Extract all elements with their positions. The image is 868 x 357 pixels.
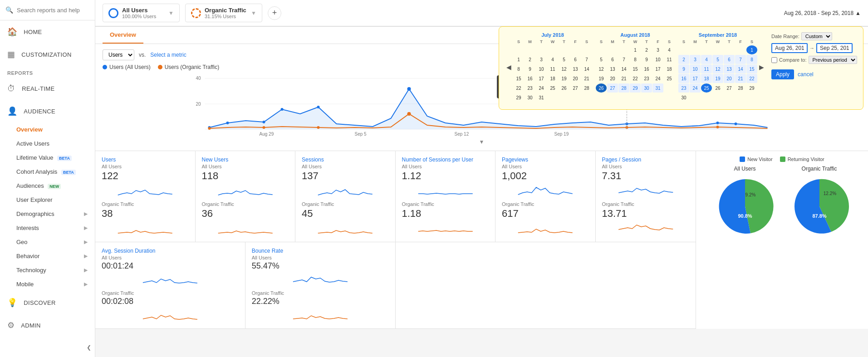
collapse-sidebar-btn[interactable]: ❮ [83, 342, 95, 352]
organic-dropdown-icon[interactable]: ▼ [251, 10, 256, 16]
metric-bounce-title[interactable]: Bounce Rate [252, 248, 389, 254]
sidebar-sub-geo[interactable]: Geo ▶ [0, 235, 95, 249]
search-icon: 🔍 [5, 6, 13, 14]
date-range-display[interactable]: Aug 26, 2018 - Sep 25, 2018 ▲ [784, 10, 861, 16]
pie-organic: Organic Traffic 87.8% 12.2% [788, 166, 851, 238]
segment-organic[interactable]: Organic Traffic 31.15% Users ▼ [185, 4, 262, 22]
sidebar-sub-overview[interactable]: Overview [0, 122, 95, 137]
chart-dot [281, 108, 284, 111]
august-calendar: August 2018 SMTWTFS 1234 567891011 12131… [596, 32, 675, 102]
sparkline-sessions-orange [302, 221, 389, 235]
metric-new-users-title[interactable]: New Users [202, 156, 289, 163]
calendars-section: ◀ July 2018 SMTWTFS 1234567 891011121314… [505, 32, 766, 104]
sparkline-bounce-blue [252, 273, 389, 286]
date-range-label-row: Date Range: Custom [771, 32, 858, 40]
september-grid: SMTWTFS 1 2345678 9101112131415 16171819… [678, 39, 757, 102]
sidebar-sub-technology[interactable]: Technology ▶ [0, 263, 95, 277]
segment-all-users[interactable]: All Users 100.00% Users ▼ [103, 4, 180, 22]
select-metric-link[interactable]: Select a metric [150, 52, 186, 58]
search-input[interactable] [17, 7, 89, 14]
date-end-input[interactable] [816, 43, 853, 53]
metrics-empty-cell [396, 242, 696, 328]
metric-users-organic-value: 38 [102, 208, 189, 220]
pie-section: New Visitor Returning Visitor All Users [696, 151, 868, 329]
sidebar-sub-user-explorer[interactable]: User Explorer [0, 193, 95, 207]
sparkline-spu-blue [402, 184, 489, 197]
all-users-segment-icon [108, 8, 118, 18]
metric-ps-title[interactable]: Pages / Session [602, 156, 690, 163]
calendar-prev-btn[interactable]: ◀ [505, 64, 513, 71]
sidebar-item-customization[interactable]: ▦ CUSTOMIZATION [0, 43, 95, 66]
sidebar-item-admin[interactable]: ⚙ ADMIN [0, 314, 95, 337]
svg-text:40: 40 [196, 76, 201, 81]
organic-segment-icon [191, 8, 201, 18]
metric-bounce-all-value: 55.47% [252, 261, 389, 271]
bottom-section: Users All Users 122 Organic Traffic 38 N… [95, 151, 868, 329]
metric-sessions-title[interactable]: Sessions [302, 156, 389, 163]
svg-text:Sep 5: Sep 5 [355, 132, 367, 137]
sidebar-sub-lifetime-value[interactable]: Lifetime Value BETA [0, 151, 95, 165]
sidebar-sub-behavior[interactable]: Behavior ▶ [0, 249, 95, 263]
metric-ps-organic-label: Organic Traffic [602, 201, 690, 207]
compare-label: Compare to: [779, 57, 807, 63]
compare-select[interactable]: Previous period [809, 56, 857, 64]
cancel-link[interactable]: cancel [798, 71, 814, 78]
metric-dropdown[interactable]: Users [103, 49, 134, 60]
sidebar-sub-demographics[interactable]: Demographics ▶ [0, 207, 95, 221]
chart-dot-peak [407, 87, 411, 91]
audience-label: AUDIENCE [24, 108, 55, 115]
sidebar-item-discover[interactable]: 💡 DISCOVER [0, 291, 95, 314]
segments-bar: All Users 100.00% Users ▼ Organic Traffi… [95, 0, 868, 26]
sparkline-avg-blue [102, 273, 239, 286]
returning-visitor-slice-1 [745, 179, 774, 233]
months-row: July 2018 SMTWTFS 1234567 891011121314 1… [513, 32, 757, 102]
sidebar-item-home[interactable]: 🏠 HOME [0, 20, 95, 43]
organic-pct: 31.15% Users [205, 14, 247, 19]
metric-avg-title[interactable]: Avg. Session Duration [102, 248, 239, 254]
september-label: September 2018 [678, 32, 757, 38]
metric-ps-all-value: 7.31 [602, 170, 690, 182]
apply-button[interactable]: Apply [771, 69, 794, 79]
sidebar-sub-interests[interactable]: Interests ▶ [0, 221, 95, 235]
pie-organic-label: Organic Traffic [802, 166, 837, 172]
date-start-input[interactable] [771, 43, 808, 53]
sidebar-item-audience[interactable]: 👤 AUDIENCE [0, 100, 95, 122]
sparkline-sessions-blue [302, 184, 389, 197]
chart-expand-btn[interactable]: ▼ [103, 139, 861, 145]
sidebar-sub-active-users[interactable]: Active Users [0, 137, 95, 151]
metric-sessions-per-user: Number of Sessions per User All Users 1.… [396, 151, 496, 242]
pie-all-users-label: All Users [734, 166, 755, 172]
sidebar-sub-cohort[interactable]: Cohort Analysis BETA [0, 165, 95, 179]
metric-sessions-all-value: 137 [302, 170, 389, 182]
sidebar-item-realtime[interactable]: ⏱ REAL-TIME [0, 78, 95, 100]
all-users-segment-info: All Users 100.00% Users [122, 7, 165, 19]
date-range-actions: Apply cancel [771, 69, 858, 79]
compare-checkbox[interactable] [771, 57, 777, 63]
pie-legend: New Visitor Returning Visitor [703, 156, 861, 162]
sidebar-sub-audiences[interactable]: Audiences NEW [0, 179, 95, 193]
pie-organic-chart: 87.8% 12.2% [788, 175, 851, 238]
add-segment-btn[interactable]: + [268, 6, 281, 20]
metric-spu-title[interactable]: Number of Sessions per User [402, 156, 489, 163]
chevron-right-icon: ▶ [84, 281, 88, 287]
date-range-type-select[interactable]: Custom [801, 32, 832, 40]
sidebar-sub-mobile[interactable]: Mobile ▶ [0, 277, 95, 291]
organic-segment-info: Organic Traffic 31.15% Users [205, 7, 247, 19]
new-visitor-legend-label: New Visitor [747, 156, 772, 162]
sparkline-ps-orange [602, 221, 690, 235]
calendar-next-btn[interactable]: ▶ [757, 64, 766, 71]
metric-users-title[interactable]: Users [102, 156, 189, 163]
metric-pageviews-title[interactable]: Pageviews [502, 156, 589, 163]
search-bar[interactable]: 🔍 [0, 0, 95, 20]
tab-overview[interactable]: Overview [103, 27, 143, 44]
metrics-row-1: Users All Users 122 Organic Traffic 38 N… [95, 151, 696, 242]
metric-sessions: Sessions All Users 137 Organic Traffic 4… [295, 151, 396, 242]
july-grid: SMTWTFS 1234567 891011121314 15161718192… [513, 39, 592, 102]
discover-label: DISCOVER [24, 299, 55, 306]
july-label: July 2018 [513, 32, 592, 38]
metric-bounce-organic-value: 22.22% [252, 297, 389, 306]
pie-charts-row: All Users 90.8% 9.2% [703, 166, 861, 238]
new-visitor-pct-1: 90.8% [738, 213, 752, 219]
all-users-dropdown-icon[interactable]: ▼ [168, 10, 174, 16]
august-grid: SMTWTFS 1234 567891011 12131415161718 19… [596, 39, 675, 102]
